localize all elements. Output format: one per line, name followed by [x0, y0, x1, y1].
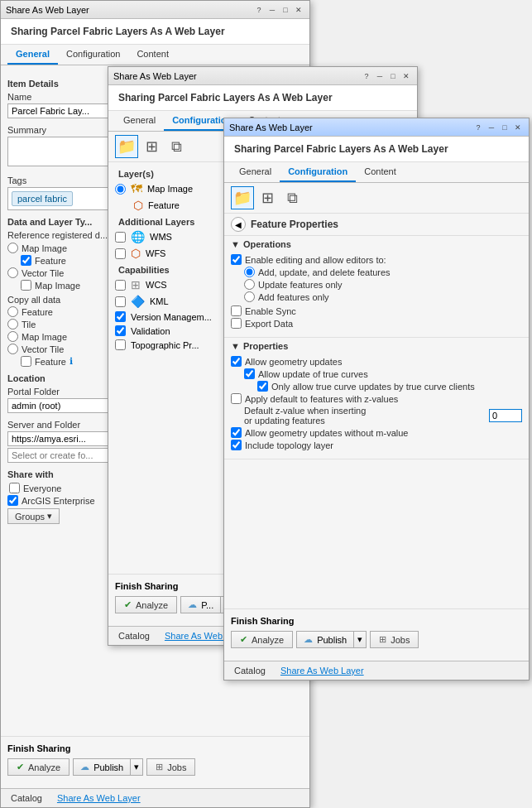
jobs-button-1[interactable]: Jobs — [146, 758, 195, 776]
analyze-label-1: Analyze — [28, 762, 60, 772]
publish-btn-group-1: Publish ▾ — [73, 758, 143, 776]
copy-map-image-input[interactable] — [7, 331, 18, 342]
analyze-button-3[interactable]: Analyze — [231, 631, 293, 648]
tab-content-1[interactable]: Content — [128, 45, 177, 65]
tab-content-3[interactable]: Content — [356, 162, 405, 182]
map-image-nested-checkbox[interactable] — [21, 280, 31, 291]
apply-default-z-checkbox[interactable] — [231, 393, 242, 404]
allow-geometry-checkbox[interactable] — [231, 356, 242, 367]
fp-back-bar: ◀ Feature Properties — [224, 214, 529, 236]
publish-arrow-button-3[interactable]: ▾ — [353, 631, 367, 648]
properties-header[interactable]: ▼ Properties — [231, 341, 522, 351]
bottom-tab-catalog-2[interactable]: Catalog — [112, 628, 156, 643]
z-value-input[interactable] — [489, 409, 522, 422]
allow-true-curve-checkbox[interactable] — [244, 368, 255, 379]
include-topology-checkbox[interactable] — [231, 440, 242, 450]
default-z-sublabel: or updating features — [244, 416, 486, 426]
enable-editing-checkbox[interactable] — [231, 254, 242, 265]
jobs-icon-1 — [156, 762, 165, 772]
add-update-delete-radio: Add, update, and delete features — [244, 267, 522, 277]
jobs-button-3[interactable]: Jobs — [370, 631, 419, 648]
map-image-layer-label: Map Image — [147, 184, 193, 194]
wcs-checkbox[interactable] — [115, 280, 126, 291]
tab-configuration-3[interactable]: Configuration — [280, 162, 356, 182]
publish-main-button-3[interactable]: Publish — [296, 631, 353, 648]
enable-sync-checkbox[interactable] — [231, 305, 242, 316]
tab-general-2[interactable]: General — [115, 111, 164, 131]
copy-icon-btn-3[interactable]: ⧉ — [280, 186, 304, 209]
operations-header[interactable]: ▼ Operations — [231, 239, 522, 249]
everyone-checkbox[interactable] — [9, 483, 20, 493]
close-btn-3[interactable]: ✕ — [512, 122, 524, 133]
tab-general-3[interactable]: General — [231, 162, 280, 182]
add-only-label: Add features only — [258, 292, 329, 302]
only-true-curve-checkbox[interactable] — [257, 381, 268, 392]
jobs-label-3: Jobs — [391, 635, 410, 645]
finish-sharing-3: Finish Sharing Analyze Publish ▾ Jobs — [224, 608, 529, 655]
topographic-checkbox[interactable] — [115, 339, 126, 350]
back-arrow-btn[interactable]: ◀ — [231, 217, 246, 232]
minimize-btn-2[interactable]: ─ — [374, 70, 386, 82]
grid-icon-btn-2[interactable]: ⊞ — [140, 135, 163, 158]
validation-checkbox[interactable] — [115, 325, 126, 336]
publish-main-button-2[interactable]: P... — [180, 596, 220, 613]
folder-icon-btn-3[interactable]: 📁 — [231, 186, 254, 209]
analyze-button-1[interactable]: Analyze — [7, 758, 69, 776]
version-mgmt-checkbox[interactable] — [115, 311, 126, 322]
bottom-tab-catalog-3[interactable]: Catalog — [228, 663, 272, 678]
analyze-button-2[interactable]: Analyze — [115, 596, 177, 613]
arcgis-enterprise-checkbox[interactable] — [7, 495, 18, 506]
wms-checkbox[interactable] — [115, 232, 126, 243]
wfs-checkbox[interactable] — [115, 248, 126, 259]
copy-tile-input[interactable] — [7, 319, 18, 329]
vector-tile-input[interactable] — [7, 267, 18, 278]
tab-general-1[interactable]: General — [7, 45, 58, 65]
ref-map-image-input[interactable] — [7, 243, 18, 253]
tab-configuration-1[interactable]: Configuration — [58, 45, 128, 65]
add-update-delete-input[interactable] — [244, 267, 255, 277]
bottom-tab-catalog-1[interactable]: Catalog — [4, 791, 49, 806]
minimize-btn-3[interactable]: ─ — [486, 122, 497, 133]
question-btn-3[interactable]: ? — [472, 122, 484, 133]
map-image-radio-2[interactable] — [115, 184, 126, 195]
copy-vector-tile-input[interactable] — [7, 344, 18, 354]
bottom-tab-share-3[interactable]: Share As Web Layer — [274, 663, 371, 678]
window-subtitle-3: Sharing Parcel Fabric Layers As A Web La… — [224, 137, 529, 162]
add-only-input[interactable] — [244, 291, 255, 302]
allow-geometry-label: Allow geometry updates — [245, 357, 342, 367]
close-btn-2[interactable]: ✕ — [400, 70, 412, 82]
export-data-label: Export Data — [245, 319, 293, 329]
export-data-group: Export Data — [231, 318, 522, 329]
publish-main-button-1[interactable]: Publish — [73, 758, 130, 776]
publish-arrow-button-1[interactable]: ▾ — [130, 758, 143, 776]
folder-icon-btn-2[interactable]: 📁 — [115, 135, 138, 158]
export-data-checkbox[interactable] — [231, 318, 242, 329]
restore-btn-2[interactable]: □ — [387, 70, 399, 82]
wfs-label: WFS — [146, 248, 165, 258]
kml-checkbox[interactable] — [115, 296, 126, 307]
info-icon[interactable]: ℹ — [69, 356, 73, 367]
question-btn-2[interactable]: ? — [361, 70, 372, 82]
bottom-tab-share-1[interactable]: Share As Web Layer — [50, 791, 147, 806]
allow-no-m-checkbox[interactable] — [231, 427, 242, 438]
ref-feature-checkbox[interactable] — [21, 255, 31, 266]
analyze-icon-1 — [17, 762, 26, 772]
allow-no-m-label: Allow geometry updates without m-value — [245, 428, 408, 438]
arcgis-enterprise-label: ArcGIS Enterprise — [22, 496, 95, 506]
update-only-label: Update features only — [258, 280, 343, 290]
update-only-input[interactable] — [244, 279, 255, 290]
grid-icon-btn-3[interactable]: ⊞ — [256, 186, 279, 209]
operations-label: Operations — [243, 239, 291, 249]
question-btn-1[interactable]: ? — [253, 4, 265, 16]
groups-button[interactable]: Groups ▾ — [7, 508, 60, 524]
close-btn-1[interactable]: ✕ — [293, 4, 304, 16]
restore-btn-3[interactable]: □ — [499, 122, 510, 133]
only-true-curve-label: Only allow true curve updates by true cu… — [271, 382, 475, 392]
tag-parcel-fabric[interactable]: parcel fabric — [12, 191, 73, 206]
copy-icon-btn-2[interactable]: ⧉ — [165, 135, 188, 158]
copy-feature-nested-checkbox[interactable] — [21, 356, 31, 367]
folder-icon-3: 📁 — [233, 189, 252, 207]
restore-btn-1[interactable]: □ — [280, 4, 291, 16]
minimize-btn-1[interactable]: ─ — [266, 4, 278, 16]
copy-feature-input[interactable] — [7, 306, 18, 317]
